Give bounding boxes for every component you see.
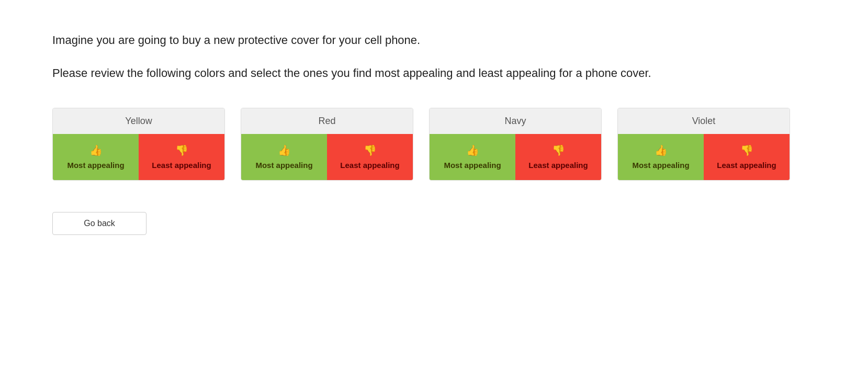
color-card-navy: Navy 👍 Most appealing 👎 Least appealing (429, 108, 602, 181)
least-appealing-navy[interactable]: 👎 Least appealing (515, 134, 601, 180)
most-appealing-yellow[interactable]: 👍 Most appealing (53, 134, 139, 180)
color-buttons-violet: 👍 Most appealing 👎 Least appealing (618, 134, 790, 180)
color-buttons-yellow: 👍 Most appealing 👎 Least appealing (53, 134, 224, 180)
least-appealing-red[interactable]: 👎 Least appealing (327, 134, 413, 180)
color-label-navy: Navy (430, 108, 601, 134)
most-label: Most appealing (67, 160, 124, 171)
most-appealing-violet[interactable]: 👍 Most appealing (618, 134, 704, 180)
least-label: Least appealing (528, 160, 588, 171)
color-label-red: Red (241, 108, 413, 134)
color-card-red: Red 👍 Most appealing 👎 Least appealing (241, 108, 413, 181)
color-buttons-red: 👍 Most appealing 👎 Least appealing (241, 134, 413, 180)
thumbs-up-icon: 👍 (466, 143, 479, 157)
thumbs-down-icon: 👎 (175, 143, 188, 157)
intro-line2: Please review the following colors and s… (52, 64, 785, 82)
color-card-yellow: Yellow 👍 Most appealing 👎 Least appealin… (52, 108, 225, 181)
thumbs-up-icon: 👍 (89, 143, 103, 157)
most-appealing-navy[interactable]: 👍 Most appealing (430, 134, 515, 180)
thumbs-down-icon: 👎 (364, 143, 377, 157)
color-card-violet: Violet 👍 Most appealing 👎 Least appealin… (617, 108, 790, 181)
thumbs-up-icon: 👍 (655, 143, 668, 157)
go-back-button[interactable]: Go back (52, 212, 146, 235)
color-label-yellow: Yellow (53, 108, 224, 134)
thumbs-up-icon: 👍 (278, 143, 291, 157)
most-label: Most appealing (632, 160, 689, 171)
color-label-violet: Violet (618, 108, 790, 134)
least-label: Least appealing (152, 160, 211, 171)
least-appealing-yellow[interactable]: 👎 Least appealing (139, 134, 224, 180)
intro-line1: Imagine you are going to buy a new prote… (52, 31, 785, 49)
least-appealing-violet[interactable]: 👎 Least appealing (704, 134, 790, 180)
color-buttons-navy: 👍 Most appealing 👎 Least appealing (430, 134, 601, 180)
thumbs-down-icon: 👎 (740, 143, 753, 157)
least-label: Least appealing (717, 160, 776, 171)
thumbs-down-icon: 👎 (552, 143, 565, 157)
least-label: Least appealing (340, 160, 399, 171)
most-appealing-red[interactable]: 👍 Most appealing (241, 134, 327, 180)
color-cards-container: Yellow 👍 Most appealing 👎 Least appealin… (52, 108, 816, 181)
most-label: Most appealing (444, 160, 501, 171)
most-label: Most appealing (255, 160, 312, 171)
